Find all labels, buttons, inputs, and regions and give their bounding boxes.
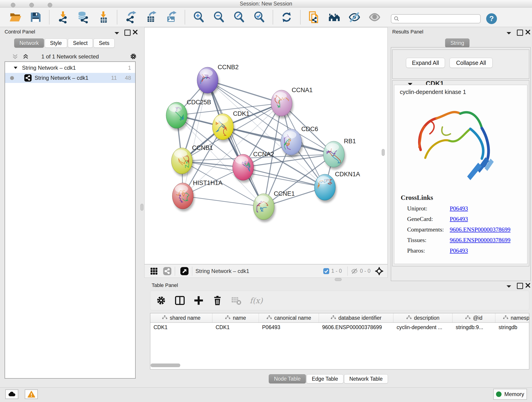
collapse-all-button[interactable]: Collapse All <box>450 58 493 68</box>
export-table-icon[interactable] <box>144 11 158 24</box>
column-header-namespace[interactable]: namespace <box>495 313 529 322</box>
crosslink-value-link[interactable]: P06493 <box>450 205 468 212</box>
column-header-label: database identifier <box>338 315 381 321</box>
crosslink-value-link[interactable]: 9606.ENSP00000378699 <box>450 237 510 244</box>
crosslink-value-link[interactable]: 9606.ENSP00000378699 <box>450 226 510 233</box>
expand-all-button[interactable]: Expand All <box>406 58 445 68</box>
control-panel-float-icon[interactable] <box>124 30 131 36</box>
share-network-icon[interactable] <box>163 267 172 275</box>
birdseye-grid-icon[interactable] <box>150 267 158 275</box>
network-node-CCNA2[interactable]: CCNA2 <box>233 151 274 183</box>
zoom-fit-icon[interactable] <box>232 11 246 24</box>
right-splitter-grip[interactable] <box>382 149 385 156</box>
crosslink-value-link[interactable]: P06493 <box>450 216 468 223</box>
node-label-CDC25B: CDC25B <box>187 99 211 106</box>
table-cell[interactable]: stringdb <box>495 323 529 332</box>
import-network-file-icon[interactable] <box>56 11 70 24</box>
help-icon[interactable]: ? <box>486 13 497 24</box>
tree-expander-icon[interactable] <box>13 66 18 70</box>
network-node-CDC25B[interactable]: CDC25B <box>166 99 211 131</box>
column-header-shared-name[interactable]: shared name <box>150 313 212 322</box>
network-node-CCNB1[interactable]: CCNB1 <box>171 144 213 176</box>
crosslink-row: GeneCard:P06493 <box>407 214 527 224</box>
results-panel-close-icon[interactable] <box>525 29 531 35</box>
network-node-CDKN1A[interactable]: CDKN1A <box>314 171 360 203</box>
network-status-dot-icon <box>10 76 14 80</box>
table-tab-node-table[interactable]: Node Table <box>269 374 306 383</box>
node-table[interactable]: shared namenamecanonical namedatabase id… <box>150 313 529 370</box>
control-tab-sets[interactable]: Sets <box>94 38 114 48</box>
zoom-in-icon[interactable] <box>192 11 205 24</box>
network-collection-row[interactable]: String Network – cdk1 1 <box>5 63 135 73</box>
table-panel-close-icon[interactable] <box>525 283 531 288</box>
search-input[interactable] <box>399 16 476 22</box>
table-panel-title: Table Panel <box>152 282 178 288</box>
table-row[interactable]: CDK1CDK1P064939606.ENSP00000378699cyclin… <box>150 323 529 332</box>
control-tab-select[interactable]: Select <box>68 38 93 48</box>
duplicate-network-icon[interactable] <box>307 11 321 24</box>
export-network-icon[interactable] <box>124 11 138 24</box>
delete-table-icon[interactable] <box>231 295 241 306</box>
results-panel-float-icon[interactable] <box>517 30 523 36</box>
results-panel-collapse-icon[interactable] <box>506 32 512 35</box>
column-header-label: canonical name <box>274 315 311 321</box>
results-tab-string[interactable]: String <box>445 38 469 48</box>
import-network-database-icon[interactable] <box>76 11 90 24</box>
refresh-view-icon[interactable] <box>280 11 293 24</box>
function-builder-icon[interactable]: f(x) <box>250 296 263 305</box>
table-gear-icon[interactable] <box>156 295 166 306</box>
network-row[interactable]: String Network – cdk1 11 48 <box>5 73 135 83</box>
column-header-canonical-name[interactable]: canonical name <box>259 313 319 322</box>
table-cell[interactable]: cyclin-dependent ... <box>393 323 452 332</box>
network-node-CDK1[interactable]: CDK1 <box>212 110 249 142</box>
table-panel-float-icon[interactable] <box>517 283 523 289</box>
network-canvas[interactable]: CCNB2CCNA1CDC25BCDK1CDC6RB1CCNB1CCNA2CDK… <box>144 27 388 264</box>
column-header-database-identifier[interactable]: database identifier <box>319 313 393 322</box>
control-tab-network[interactable]: Network <box>14 38 44 48</box>
table-panel-collapse-icon[interactable] <box>506 285 512 288</box>
column-header-@id[interactable]: @id <box>452 313 495 322</box>
table-tab-network-table[interactable]: Network Table <box>344 374 388 383</box>
import-table-file-icon[interactable] <box>97 11 110 24</box>
table-hscrollbar-thumb[interactable] <box>151 364 180 367</box>
table-cell[interactable]: CDK1 <box>212 323 259 332</box>
open-session-icon[interactable] <box>9 11 22 24</box>
control-tab-style[interactable]: Style <box>45 38 67 48</box>
memory-button[interactable]: Memory <box>493 389 527 400</box>
show-columns-icon[interactable] <box>175 295 185 306</box>
network-node-RB1[interactable]: RB1 <box>323 138 356 170</box>
memory-status-dot-icon <box>496 391 501 397</box>
table-cell[interactable]: stringdb:9... <box>452 323 495 332</box>
table-cell[interactable]: 9606.ENSP00000378699 <box>319 323 393 332</box>
network-node-CCNB2[interactable]: CCNB2 <box>197 64 239 96</box>
search-field[interactable] <box>391 14 481 23</box>
export-image-icon[interactable] <box>165 11 178 24</box>
open-in-window-icon[interactable] <box>180 267 189 275</box>
network-options-gear-icon[interactable] <box>130 53 137 60</box>
table-tab-edge-table[interactable]: Edge Table <box>307 374 343 383</box>
cloud-button[interactable] <box>5 389 18 399</box>
show-all-icon[interactable] <box>368 11 381 24</box>
fit-selected-crosshair-icon[interactable] <box>375 267 384 276</box>
network-node-HIST1H1A[interactable]: HIST1H1A <box>172 179 222 211</box>
warnings-button[interactable] <box>25 389 38 399</box>
zoom-out-icon[interactable] <box>212 11 225 24</box>
control-panel-close-icon[interactable] <box>133 29 138 35</box>
selected-checkbox-icon[interactable] <box>323 268 329 274</box>
houses-icon[interactable] <box>328 11 341 24</box>
column-header-name[interactable]: name <box>212 313 259 322</box>
horizontal-splitter-grip[interactable] <box>335 278 342 281</box>
save-session-icon[interactable] <box>29 11 42 24</box>
column-header-description[interactable]: description <box>393 313 452 322</box>
zoom-selected-icon[interactable] <box>253 11 266 24</box>
network-node-CCNE1[interactable]: CCNE1 <box>253 190 295 222</box>
toolbar-separator <box>49 10 50 24</box>
delete-column-icon[interactable] <box>212 295 223 306</box>
left-splitter-grip[interactable] <box>140 204 143 211</box>
table-cell[interactable]: CDK1 <box>150 323 212 332</box>
hide-selected-icon[interactable] <box>348 11 361 24</box>
crosslink-value-link[interactable]: P06493 <box>450 247 468 254</box>
add-column-icon[interactable] <box>193 295 204 306</box>
control-panel-collapse-icon[interactable] <box>114 32 120 35</box>
table-cell[interactable]: P06493 <box>259 323 319 332</box>
